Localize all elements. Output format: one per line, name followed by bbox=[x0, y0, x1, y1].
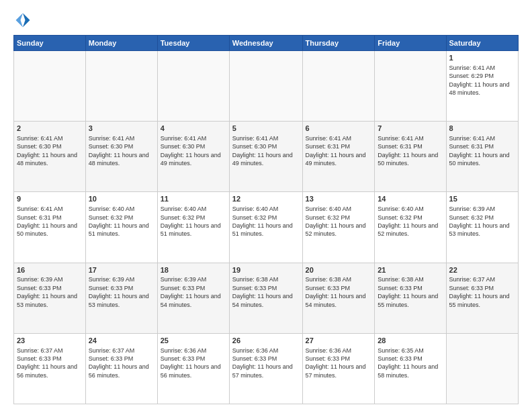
day-info: Sunrise: 6:37 AM Sunset: 6:33 PM Dayligh… bbox=[89, 347, 154, 380]
day-cell bbox=[85, 51, 157, 122]
day-number: 16 bbox=[17, 265, 83, 275]
day-info: Sunrise: 6:39 AM Sunset: 6:33 PM Dayligh… bbox=[161, 275, 226, 309]
week-row-5: 23Sunrise: 6:37 AM Sunset: 6:33 PM Dayli… bbox=[14, 333, 519, 404]
day-info: Sunrise: 6:40 AM Sunset: 6:32 PM Dayligh… bbox=[161, 205, 226, 238]
day-cell: 4Sunrise: 6:41 AM Sunset: 6:30 PM Daylig… bbox=[157, 122, 229, 192]
weekday-header-friday: Friday bbox=[375, 36, 446, 51]
day-number: 12 bbox=[232, 194, 300, 204]
day-info: Sunrise: 6:38 AM Sunset: 6:33 PM Dayligh… bbox=[306, 275, 372, 309]
day-cell: 2Sunrise: 6:41 AM Sunset: 6:30 PM Daylig… bbox=[14, 122, 86, 192]
day-info: Sunrise: 6:37 AM Sunset: 6:33 PM Dayligh… bbox=[17, 347, 83, 380]
day-info: Sunrise: 6:36 AM Sunset: 6:33 PM Dayligh… bbox=[306, 347, 372, 380]
day-info: Sunrise: 6:41 AM Sunset: 6:31 PM Dayligh… bbox=[306, 134, 372, 168]
day-number: 25 bbox=[161, 336, 226, 346]
day-info: Sunrise: 6:40 AM Sunset: 6:32 PM Dayligh… bbox=[89, 205, 154, 238]
week-row-3: 9Sunrise: 6:41 AM Sunset: 6:31 PM Daylig… bbox=[14, 192, 519, 263]
day-number: 13 bbox=[306, 194, 372, 204]
calendar: SundayMondayTuesdayWednesdayThursdayFrid… bbox=[13, 35, 519, 404]
day-info: Sunrise: 6:38 AM Sunset: 6:33 PM Dayligh… bbox=[378, 275, 443, 309]
day-cell: 15Sunrise: 6:39 AM Sunset: 6:32 PM Dayli… bbox=[446, 192, 518, 263]
day-info: Sunrise: 6:40 AM Sunset: 6:32 PM Dayligh… bbox=[378, 205, 443, 238]
day-number: 18 bbox=[161, 265, 226, 275]
day-cell: 5Sunrise: 6:41 AM Sunset: 6:30 PM Daylig… bbox=[229, 122, 302, 192]
day-number: 3 bbox=[89, 124, 154, 134]
day-cell bbox=[14, 51, 86, 122]
day-info: Sunrise: 6:38 AM Sunset: 6:33 PM Dayligh… bbox=[232, 275, 300, 309]
day-cell: 11Sunrise: 6:40 AM Sunset: 6:32 PM Dayli… bbox=[157, 192, 229, 263]
day-number: 4 bbox=[161, 124, 226, 134]
day-cell bbox=[446, 333, 518, 404]
week-row-2: 2Sunrise: 6:41 AM Sunset: 6:30 PM Daylig… bbox=[14, 122, 519, 192]
day-info: Sunrise: 6:35 AM Sunset: 6:33 PM Dayligh… bbox=[378, 347, 443, 380]
weekday-header-sunday: Sunday bbox=[14, 36, 86, 51]
day-info: Sunrise: 6:41 AM Sunset: 6:30 PM Dayligh… bbox=[232, 134, 300, 168]
weekday-header-saturday: Saturday bbox=[446, 36, 518, 51]
logo-icon bbox=[13, 11, 32, 30]
day-info: Sunrise: 6:41 AM Sunset: 6:30 PM Dayligh… bbox=[17, 134, 83, 168]
weekday-header-thursday: Thursday bbox=[302, 36, 375, 51]
day-cell: 6Sunrise: 6:41 AM Sunset: 6:31 PM Daylig… bbox=[302, 122, 375, 192]
day-number: 24 bbox=[89, 336, 154, 346]
day-cell: 13Sunrise: 6:40 AM Sunset: 6:32 PM Dayli… bbox=[302, 192, 375, 263]
svg-marker-1 bbox=[16, 13, 24, 28]
day-number: 21 bbox=[378, 265, 443, 275]
day-info: Sunrise: 6:41 AM Sunset: 6:30 PM Dayligh… bbox=[161, 134, 226, 168]
day-cell: 7Sunrise: 6:41 AM Sunset: 6:31 PM Daylig… bbox=[375, 122, 446, 192]
day-cell: 25Sunrise: 6:36 AM Sunset: 6:33 PM Dayli… bbox=[157, 333, 229, 404]
day-number: 26 bbox=[232, 336, 300, 346]
day-cell: 27Sunrise: 6:36 AM Sunset: 6:33 PM Dayli… bbox=[302, 333, 375, 404]
day-cell: 16Sunrise: 6:39 AM Sunset: 6:33 PM Dayli… bbox=[14, 263, 86, 333]
calendar-header: SundayMondayTuesdayWednesdayThursdayFrid… bbox=[14, 36, 519, 51]
weekday-header-wednesday: Wednesday bbox=[229, 36, 302, 51]
day-cell: 14Sunrise: 6:40 AM Sunset: 6:32 PM Dayli… bbox=[375, 192, 446, 263]
day-cell: 17Sunrise: 6:39 AM Sunset: 6:33 PM Dayli… bbox=[85, 263, 157, 333]
day-info: Sunrise: 6:41 AM Sunset: 6:30 PM Dayligh… bbox=[89, 134, 154, 168]
day-number: 8 bbox=[449, 124, 515, 134]
day-cell: 23Sunrise: 6:37 AM Sunset: 6:33 PM Dayli… bbox=[14, 333, 86, 404]
day-number: 15 bbox=[449, 194, 515, 204]
day-info: Sunrise: 6:41 AM Sunset: 6:31 PM Dayligh… bbox=[378, 134, 443, 168]
day-info: Sunrise: 6:37 AM Sunset: 6:33 PM Dayligh… bbox=[449, 275, 515, 309]
day-cell: 19Sunrise: 6:38 AM Sunset: 6:33 PM Dayli… bbox=[229, 263, 302, 333]
day-cell: 12Sunrise: 6:40 AM Sunset: 6:32 PM Dayli… bbox=[229, 192, 302, 263]
day-cell: 22Sunrise: 6:37 AM Sunset: 6:33 PM Dayli… bbox=[446, 263, 518, 333]
day-info: Sunrise: 6:41 AM Sunset: 6:29 PM Dayligh… bbox=[449, 64, 515, 97]
weekday-header-tuesday: Tuesday bbox=[157, 36, 229, 51]
day-info: Sunrise: 6:39 AM Sunset: 6:33 PM Dayligh… bbox=[89, 275, 154, 309]
day-number: 19 bbox=[232, 265, 300, 275]
day-cell: 28Sunrise: 6:35 AM Sunset: 6:33 PM Dayli… bbox=[375, 333, 446, 404]
day-cell: 26Sunrise: 6:36 AM Sunset: 6:33 PM Dayli… bbox=[229, 333, 302, 404]
day-number: 14 bbox=[378, 194, 443, 204]
week-row-1: 1Sunrise: 6:41 AM Sunset: 6:29 PM Daylig… bbox=[14, 51, 519, 122]
weekday-row: SundayMondayTuesdayWednesdayThursdayFrid… bbox=[14, 36, 519, 51]
day-cell: 20Sunrise: 6:38 AM Sunset: 6:33 PM Dayli… bbox=[302, 263, 375, 333]
weekday-header-monday: Monday bbox=[85, 36, 157, 51]
day-cell: 8Sunrise: 6:41 AM Sunset: 6:31 PM Daylig… bbox=[446, 122, 518, 192]
day-cell: 9Sunrise: 6:41 AM Sunset: 6:31 PM Daylig… bbox=[14, 192, 86, 263]
day-number: 9 bbox=[17, 194, 83, 204]
day-cell bbox=[229, 51, 302, 122]
day-cell bbox=[157, 51, 229, 122]
day-number: 11 bbox=[161, 194, 226, 204]
day-cell: 21Sunrise: 6:38 AM Sunset: 6:33 PM Dayli… bbox=[375, 263, 446, 333]
day-number: 7 bbox=[378, 124, 443, 134]
calendar-body: 1Sunrise: 6:41 AM Sunset: 6:29 PM Daylig… bbox=[14, 51, 519, 404]
day-info: Sunrise: 6:40 AM Sunset: 6:32 PM Dayligh… bbox=[232, 205, 300, 238]
day-number: 10 bbox=[89, 194, 154, 204]
page: SundayMondayTuesdayWednesdayThursdayFrid… bbox=[0, 0, 532, 411]
day-info: Sunrise: 6:36 AM Sunset: 6:33 PM Dayligh… bbox=[161, 347, 226, 380]
day-info: Sunrise: 6:36 AM Sunset: 6:33 PM Dayligh… bbox=[232, 347, 300, 380]
day-number: 6 bbox=[306, 124, 372, 134]
day-cell: 10Sunrise: 6:40 AM Sunset: 6:32 PM Dayli… bbox=[85, 192, 157, 263]
day-number: 17 bbox=[89, 265, 154, 275]
day-info: Sunrise: 6:39 AM Sunset: 6:33 PM Dayligh… bbox=[17, 275, 83, 309]
day-number: 28 bbox=[378, 336, 443, 346]
day-number: 20 bbox=[306, 265, 372, 275]
day-cell: 3Sunrise: 6:41 AM Sunset: 6:30 PM Daylig… bbox=[85, 122, 157, 192]
day-cell bbox=[302, 51, 375, 122]
header bbox=[13, 11, 519, 30]
day-cell: 1Sunrise: 6:41 AM Sunset: 6:29 PM Daylig… bbox=[446, 51, 518, 122]
day-cell: 24Sunrise: 6:37 AM Sunset: 6:33 PM Dayli… bbox=[85, 333, 157, 404]
week-row-4: 16Sunrise: 6:39 AM Sunset: 6:33 PM Dayli… bbox=[14, 263, 519, 333]
day-info: Sunrise: 6:41 AM Sunset: 6:31 PM Dayligh… bbox=[17, 205, 83, 238]
